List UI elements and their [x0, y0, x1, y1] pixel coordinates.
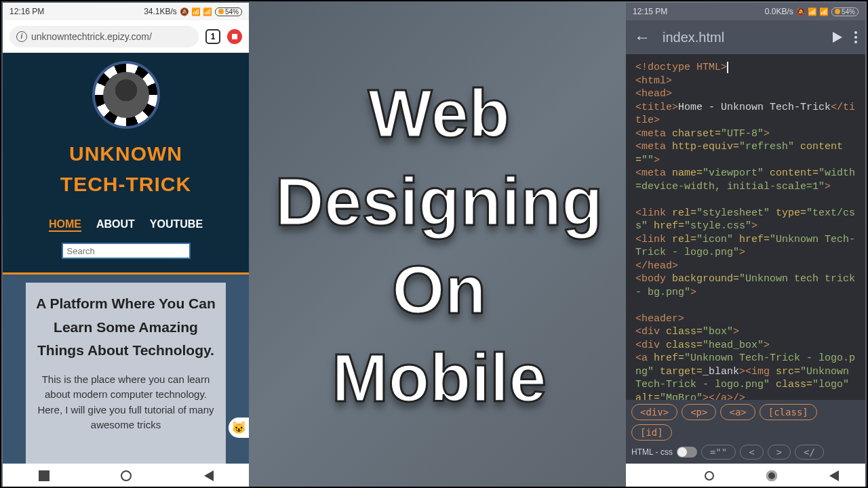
helper-eq[interactable]: ="": [701, 445, 736, 460]
battery-indicator-right: 54%: [831, 7, 859, 16]
url-bar[interactable]: i unknowntechtrick.epizy.com/: [9, 26, 199, 47]
android-nav-right: [626, 464, 865, 488]
home-outline-button[interactable]: [705, 471, 714, 481]
helper-div[interactable]: <div>: [631, 404, 677, 420]
nav-youtube[interactable]: YOUTUBE: [150, 218, 203, 232]
toggle-icon[interactable]: [677, 447, 697, 458]
search-input[interactable]: [62, 243, 191, 259]
helper-p[interactable]: <p>: [682, 404, 716, 420]
site-header: UNKNOWN TECH-TRICK HOME ABOUT YOUTUBE: [3, 53, 249, 268]
chat-bubble-icon[interactable]: 😺: [229, 418, 249, 438]
home-filled-button[interactable]: [766, 470, 777, 481]
status-icons-right: 🔕 📶 📶: [796, 7, 829, 16]
code-helper-bar: <div> <p> <a> [class] [id] HTML - css ="…: [626, 400, 865, 464]
battery-indicator: 54%: [215, 7, 242, 16]
stop-icon[interactable]: [227, 29, 242, 44]
more-icon[interactable]: [854, 31, 857, 43]
title-line-1: Web: [252, 69, 626, 157]
content-paragraph: This is the place where you can learn ab…: [34, 372, 218, 433]
browser-bar: i unknowntechtrick.epizy.com/ 1: [3, 20, 249, 53]
status-bar-left: 12:16 PM 34.1KB/s 🔕 📶 📶 54%: [3, 3, 249, 20]
content-headline: A Platform Where You Can Learn Some Amaz…: [34, 292, 218, 363]
status-icons: 🔕 📶 📶: [180, 7, 212, 16]
status-time-right: 12:15 PM: [633, 7, 667, 16]
content-area: A Platform Where You Can Learn Some Amaz…: [3, 274, 249, 464]
center-title: Web Designing On Mobile: [252, 69, 626, 422]
status-speed-right: 0.0KB/s: [765, 7, 793, 16]
title-line-4: Mobile: [252, 333, 626, 422]
site-title: UNKNOWN TECH-TRICK: [3, 138, 249, 199]
site-info-icon[interactable]: i: [16, 31, 27, 42]
site-logo[interactable]: [92, 61, 160, 129]
helper-close[interactable]: </: [795, 445, 824, 460]
back-button[interactable]: [203, 470, 214, 481]
title-line-2: Designing: [252, 157, 626, 245]
editor-filename: index.html: [663, 30, 821, 45]
status-speed: 34.1KB/s: [144, 7, 177, 16]
nav-home[interactable]: HOME: [49, 218, 81, 232]
back-button-right[interactable]: [829, 470, 839, 481]
website-preview: UNKNOWN TECH-TRICK HOME ABOUT YOUTUBE A …: [3, 53, 249, 464]
helper-gt[interactable]: >: [768, 445, 791, 460]
helper-class[interactable]: [class]: [760, 404, 817, 420]
recent-apps-button[interactable]: [39, 470, 50, 481]
status-time: 12:16 PM: [9, 7, 44, 16]
content-card: A Platform Where You Can Learn Some Amaz…: [26, 283, 226, 464]
phone-right: 12:15 PM 0.0KB/s 🔕 📶 📶 54% ← index.html …: [626, 3, 865, 488]
code-editor[interactable]: <!doctype HTML><html><head><title>Home -…: [626, 54, 865, 400]
helper-lt[interactable]: <: [740, 445, 763, 460]
run-icon[interactable]: [833, 32, 842, 43]
title-line-3: On: [252, 245, 626, 333]
url-text: unknowntechtrick.epizy.com/: [31, 31, 152, 42]
status-bar-right: 12:15 PM 0.0KB/s 🔕 📶 📶 54%: [626, 3, 865, 20]
helper-a[interactable]: <a>: [720, 404, 755, 420]
helper-id[interactable]: [id]: [631, 424, 672, 441]
android-nav-left: [3, 464, 249, 488]
tab-count-button[interactable]: 1: [205, 29, 220, 44]
back-arrow-icon[interactable]: ←: [634, 28, 650, 47]
site-nav: HOME ABOUT YOUTUBE: [3, 218, 249, 232]
phone-left: 12:16 PM 34.1KB/s 🔕 📶 📶 54% i unknowntec…: [3, 3, 249, 488]
helper-mode-toggle[interactable]: HTML - css: [631, 447, 697, 458]
editor-toolbar: ← index.html: [626, 20, 865, 54]
home-button[interactable]: [121, 470, 132, 481]
nav-about[interactable]: ABOUT: [96, 218, 135, 232]
